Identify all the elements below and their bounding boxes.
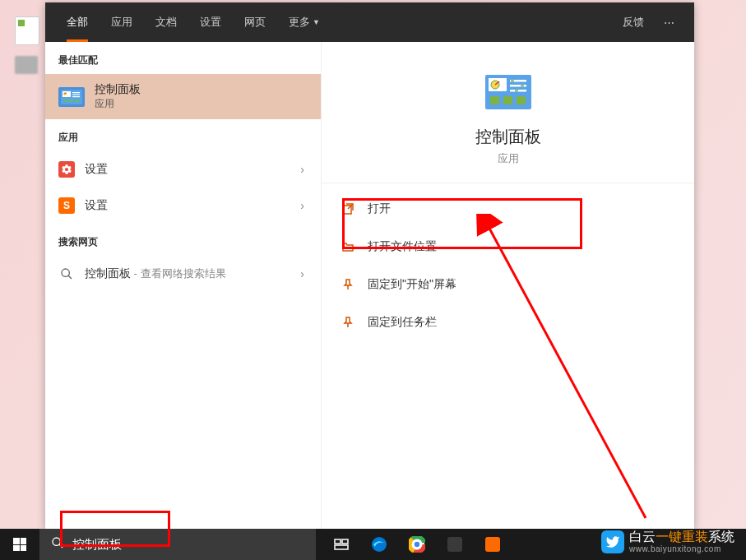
- results-list: 最佳匹配 控制面板 应用 应用 设置 › S 设: [45, 42, 322, 529]
- action-label: 固定到"开始"屏幕: [368, 277, 456, 292]
- preview-header: 控制面板 应用: [322, 42, 694, 183]
- svg-point-18: [521, 84, 524, 87]
- action-open-location[interactable]: 打开文件位置: [322, 228, 694, 266]
- folder-icon: [341, 240, 354, 253]
- more-options-icon[interactable]: ⋯: [656, 16, 684, 29]
- search-content: 最佳匹配 控制面板 应用 应用 设置 › S 设: [45, 42, 694, 529]
- svg-rect-22: [503, 96, 512, 104]
- svg-rect-21: [490, 96, 499, 104]
- preview-actions: 打开 打开文件位置 固定到"开始"屏幕 固定到任务栏: [322, 183, 694, 348]
- best-match-item[interactable]: 控制面板 应用: [45, 74, 321, 119]
- svg-rect-8: [75, 100, 79, 102]
- taskbar-search-box[interactable]: [39, 529, 316, 560]
- best-match-sub: 应用: [95, 97, 141, 111]
- pin-icon: [341, 316, 354, 329]
- preview-pane: 控制面板 应用 打开 打开文件位置 固定到"开始"屏幕 固定到: [322, 42, 694, 529]
- pin-icon: [341, 278, 354, 291]
- section-apps: 应用: [45, 119, 321, 151]
- svg-line-27: [59, 544, 63, 548]
- svg-rect-17: [510, 85, 526, 87]
- control-panel-icon-large: [485, 75, 531, 109]
- svg-rect-29: [342, 539, 348, 544]
- svg-point-9: [62, 269, 69, 276]
- action-open[interactable]: 打开: [322, 190, 694, 228]
- tab-more[interactable]: 更多 ▼: [277, 2, 331, 42]
- tab-all[interactable]: 全部: [55, 2, 100, 42]
- action-pin-start[interactable]: 固定到"开始"屏幕: [322, 266, 694, 303]
- search-icon: [51, 536, 64, 553]
- app-icon[interactable]: [436, 529, 474, 560]
- web-search-item[interactable]: 控制面板 - 查看网络搜索结果 ›: [45, 256, 321, 292]
- desktop-item-icon[interactable]: [15, 56, 38, 74]
- section-search-web: 搜索网页: [45, 224, 321, 256]
- start-button[interactable]: [0, 529, 39, 560]
- gear-icon: [58, 161, 75, 178]
- app-item-settings-2[interactable]: S 设置 ›: [45, 187, 321, 224]
- app-item-label: 设置: [85, 162, 290, 177]
- svg-rect-28: [335, 539, 341, 544]
- svg-line-10: [68, 275, 72, 279]
- sogou-icon: S: [58, 197, 75, 214]
- taskbar-icons: [322, 529, 512, 560]
- svg-rect-7: [69, 100, 73, 102]
- svg-rect-23: [517, 96, 526, 104]
- svg-rect-4: [72, 94, 80, 95]
- tab-docs[interactable]: 文档: [144, 2, 188, 42]
- app-item-label: 设置: [85, 198, 290, 213]
- chevron-right-icon: ›: [300, 267, 308, 280]
- svg-rect-19: [510, 90, 526, 92]
- taskbar: [0, 529, 746, 560]
- chrome-icon[interactable]: [398, 529, 436, 560]
- control-panel-icon: [58, 87, 85, 107]
- chevron-right-icon: ›: [300, 163, 308, 176]
- tab-more-label: 更多: [289, 15, 310, 30]
- action-pin-taskbar[interactable]: 固定到任务栏: [322, 303, 694, 341]
- desktop-file-icon[interactable]: [15, 16, 39, 45]
- tab-apps[interactable]: 应用: [100, 2, 144, 42]
- chevron-down-icon: ▼: [313, 18, 320, 26]
- svg-point-16: [511, 79, 514, 82]
- search-icon: [58, 266, 75, 282]
- task-view-button[interactable]: [322, 529, 360, 560]
- best-match-title: 控制面板: [95, 82, 141, 97]
- feedback-link[interactable]: 反馈: [611, 15, 656, 30]
- open-icon: [341, 202, 354, 215]
- svg-rect-5: [72, 96, 80, 97]
- chevron-right-icon: ›: [300, 199, 308, 212]
- preview-subtitle: 应用: [322, 151, 694, 166]
- search-results-panel: 全部 应用 文档 设置 网页 更多 ▼ 反馈 ⋯ 最佳匹配 控制面板 应用 应用: [45, 2, 694, 529]
- tab-settings[interactable]: 设置: [188, 2, 233, 42]
- action-label: 打开文件位置: [368, 239, 437, 254]
- preview-title: 控制面板: [322, 126, 694, 148]
- section-best-match: 最佳匹配: [45, 42, 321, 74]
- svg-rect-6: [63, 100, 67, 102]
- svg-rect-30: [335, 545, 348, 549]
- app-icon[interactable]: [474, 529, 512, 560]
- edge-icon[interactable]: [360, 529, 398, 560]
- svg-rect-3: [72, 92, 80, 93]
- tab-web[interactable]: 网页: [233, 2, 277, 42]
- svg-point-26: [53, 538, 60, 545]
- search-input[interactable]: [72, 538, 304, 552]
- app-item-settings-1[interactable]: 设置 ›: [45, 151, 321, 187]
- action-label: 固定到任务栏: [368, 315, 437, 330]
- web-item-label: 控制面板 - 查看网络搜索结果: [85, 266, 290, 281]
- search-tabs-bar: 全部 应用 文档 设置 网页 更多 ▼ 反馈 ⋯: [45, 2, 694, 42]
- action-label: 打开: [368, 201, 391, 216]
- svg-point-20: [515, 89, 518, 92]
- windows-icon: [13, 538, 26, 551]
